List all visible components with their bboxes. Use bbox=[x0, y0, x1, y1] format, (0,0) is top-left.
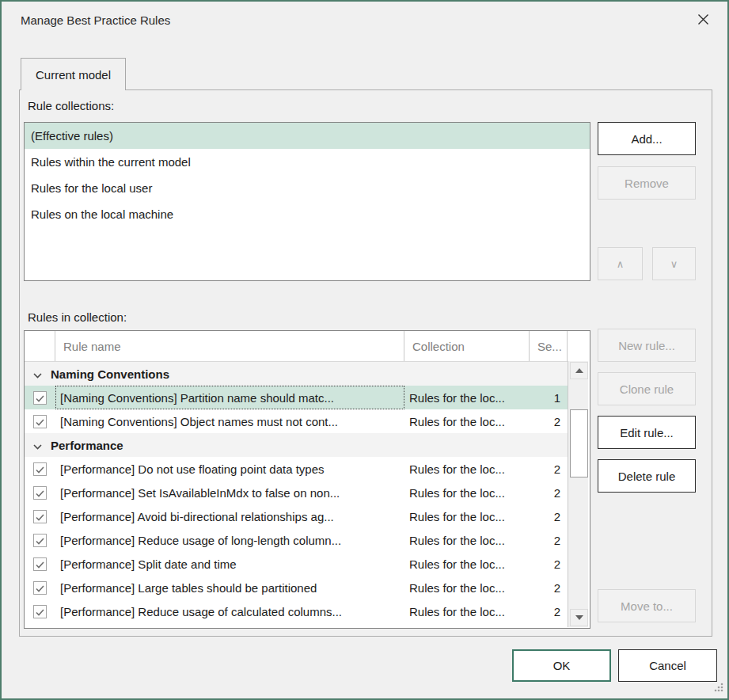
rule-collection-cell[interactable]: Rules for the loc... bbox=[404, 486, 530, 500]
scroll-down-icon bbox=[575, 615, 583, 620]
rule-name-cell[interactable]: [Naming Conventions] Partition name shou… bbox=[55, 386, 404, 409]
group-row[interactable]: Naming Conventions bbox=[25, 362, 568, 386]
scrollbar-thumb[interactable] bbox=[570, 409, 588, 477]
rule-severity-cell[interactable]: 2 bbox=[530, 486, 568, 500]
column-header-severity[interactable]: Se... bbox=[530, 331, 568, 361]
check-icon bbox=[36, 557, 44, 571]
rule-checkbox[interactable] bbox=[33, 581, 47, 595]
rule-severity-cell[interactable]: 2 bbox=[530, 462, 568, 476]
rule-severity-cell[interactable]: 2 bbox=[530, 581, 568, 595]
rules-grid: Rule name Collection Se... Naming Conven… bbox=[24, 330, 590, 629]
rule-checkbox-cell bbox=[25, 534, 55, 547]
rule-name-cell[interactable]: [Performance] Set IsAvailableInMdx to fa… bbox=[55, 486, 404, 500]
chevron-down-icon[interactable] bbox=[33, 439, 42, 452]
rule-row[interactable]: [Performance] Do not use floating point … bbox=[25, 457, 568, 481]
grid-header-row: Rule name Collection Se... bbox=[25, 331, 590, 361]
collection-list-item[interactable]: (Effective rules) bbox=[25, 123, 590, 149]
rule-severity-cell[interactable]: 2 bbox=[530, 605, 568, 618]
rule-severity-cell[interactable]: 2 bbox=[530, 534, 568, 547]
resize-grip[interactable] bbox=[712, 680, 724, 695]
rule-severity-cell[interactable]: 1 bbox=[530, 391, 568, 405]
rule-checkbox[interactable] bbox=[33, 415, 47, 428]
rule-checkbox-cell bbox=[25, 557, 55, 571]
collection-list-item[interactable]: Rules on the local machine bbox=[25, 201, 590, 227]
rule-collection-cell[interactable]: Rules for the loc... bbox=[404, 510, 530, 523]
rule-collection-cell[interactable]: Rules for the loc... bbox=[404, 557, 530, 571]
ok-button[interactable]: OK bbox=[512, 649, 611, 682]
rule-checkbox[interactable] bbox=[33, 486, 47, 500]
rule-collection-cell[interactable]: Rules for the loc... bbox=[404, 534, 530, 547]
rule-checkbox[interactable] bbox=[33, 605, 47, 618]
rule-collection-cell[interactable]: Rules for the loc... bbox=[404, 415, 530, 428]
check-icon bbox=[36, 391, 44, 405]
rule-collection-cell[interactable]: Rules for the loc... bbox=[404, 605, 530, 618]
delete-rule-button[interactable]: Delete rule bbox=[598, 459, 696, 493]
rule-name-cell[interactable]: [Performance] Reduce usage of long-lengt… bbox=[55, 534, 404, 547]
check-icon bbox=[36, 581, 44, 595]
chevron-down-icon[interactable] bbox=[33, 367, 42, 381]
rule-checkbox[interactable] bbox=[33, 557, 47, 571]
collection-list-item[interactable]: Rules within the current model bbox=[25, 149, 590, 175]
rule-checkbox-cell bbox=[25, 391, 55, 405]
rule-collections-listbox[interactable]: (Effective rules)Rules within the curren… bbox=[24, 122, 590, 281]
rule-checkbox-cell bbox=[25, 486, 55, 500]
rule-row[interactable]: [Performance] Set IsAvailableInMdx to fa… bbox=[25, 481, 568, 504]
clone-rule-button: Clone rule bbox=[598, 372, 696, 405]
group-row[interactable]: Performance bbox=[25, 433, 568, 457]
rule-name-cell[interactable]: [Performance] Reduce usage of calculated… bbox=[55, 605, 404, 618]
rule-checkbox-cell bbox=[25, 415, 55, 428]
tab-current-model[interactable]: Current model bbox=[21, 58, 126, 90]
rule-severity-cell[interactable]: 2 bbox=[530, 415, 568, 428]
rule-severity-cell[interactable]: 2 bbox=[530, 557, 568, 571]
rule-checkbox-cell bbox=[25, 462, 55, 476]
move-down-button: ∨ bbox=[652, 247, 696, 280]
add-button[interactable]: Add... bbox=[598, 122, 696, 155]
rule-name-cell[interactable]: [Performance] Avoid bi-directional relat… bbox=[55, 510, 404, 523]
check-icon bbox=[36, 510, 44, 523]
column-header-filler bbox=[568, 331, 590, 361]
rule-name-cell[interactable]: [Performance] Do not use floating point … bbox=[55, 462, 404, 476]
rule-row[interactable]: [Performance] Split date and timeRules f… bbox=[25, 552, 568, 576]
collection-list-item[interactable]: Rules for the local user bbox=[25, 175, 590, 201]
rule-collection-cell[interactable]: Rules for the loc... bbox=[404, 462, 530, 476]
rule-row[interactable]: [Performance] Reduce usage of long-lengt… bbox=[25, 528, 568, 552]
rule-row[interactable]: [Performance] Reduce usage of calculated… bbox=[25, 599, 568, 623]
grid-scrollbar[interactable] bbox=[568, 361, 588, 627]
check-icon bbox=[36, 462, 44, 476]
check-icon bbox=[36, 605, 44, 618]
column-header-rule-name[interactable]: Rule name bbox=[55, 331, 404, 361]
rule-name-cell[interactable]: [Naming Conventions] Object names must n… bbox=[55, 415, 404, 428]
resize-grip-icon bbox=[712, 680, 724, 693]
rule-checkbox[interactable] bbox=[33, 462, 47, 476]
move-to-button: Move to... bbox=[598, 589, 696, 622]
edit-rule-button[interactable]: Edit rule... bbox=[598, 416, 696, 449]
rule-checkbox[interactable] bbox=[33, 510, 47, 523]
scroll-down-button[interactable] bbox=[570, 609, 588, 626]
remove-button: Remove bbox=[598, 166, 696, 200]
rule-row[interactable]: [Naming Conventions] Partition name shou… bbox=[25, 386, 568, 409]
close-icon bbox=[697, 13, 709, 28]
rule-row[interactable]: [Naming Conventions] Object names must n… bbox=[25, 409, 568, 433]
scroll-up-icon bbox=[575, 368, 583, 373]
rule-row[interactable]: [Performance] Avoid bi-directional relat… bbox=[25, 504, 568, 528]
check-icon bbox=[36, 486, 44, 500]
check-icon bbox=[36, 534, 44, 547]
rule-name-cell[interactable]: [Performance] Large tables should be par… bbox=[55, 581, 404, 595]
scroll-up-button[interactable] bbox=[570, 362, 588, 379]
rule-checkbox[interactable] bbox=[33, 534, 47, 547]
rule-name-cell[interactable]: [Performance] Split date and time bbox=[55, 557, 404, 571]
cancel-button[interactable]: Cancel bbox=[618, 649, 717, 682]
grid-rows: Naming Conventions[Naming Conventions] P… bbox=[25, 361, 568, 623]
close-button[interactable] bbox=[692, 10, 714, 32]
column-header-collection[interactable]: Collection bbox=[404, 331, 530, 361]
rule-row[interactable]: [Performance] Large tables should be par… bbox=[25, 576, 568, 599]
rule-collection-cell[interactable]: Rules for the loc... bbox=[404, 391, 530, 405]
group-label: Naming Conventions bbox=[51, 367, 169, 381]
move-up-button: ∧ bbox=[598, 247, 643, 280]
rule-checkbox[interactable] bbox=[33, 391, 47, 405]
tab-label: Current model bbox=[36, 68, 111, 82]
column-header-checkbox[interactable] bbox=[25, 331, 55, 361]
rule-checkbox-cell bbox=[25, 510, 55, 523]
rule-collection-cell[interactable]: Rules for the loc... bbox=[404, 581, 530, 595]
rule-severity-cell[interactable]: 2 bbox=[530, 510, 568, 523]
